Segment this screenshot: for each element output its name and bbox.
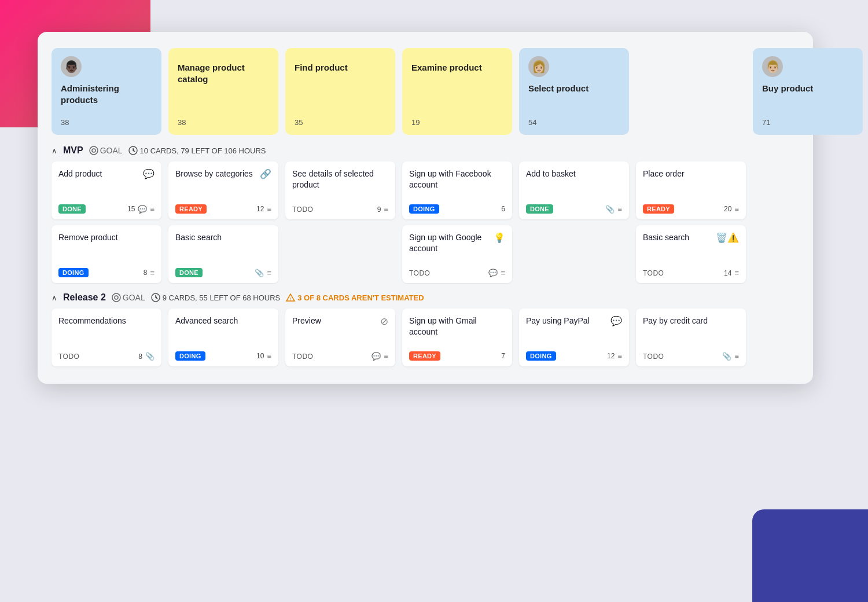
basic-search2-meta: 14 ≡ [724,269,739,277]
basic-search-title-row: Basic search [175,232,271,243]
remove-product-footer: DOING 8 ≡ [58,268,155,277]
story-basic-search-2[interactable]: Basic search 🗑️⚠️ TODO 14 ≡ [636,225,746,283]
gmail-meta: 7 [501,352,505,360]
paypal-badge: DOING [526,351,556,361]
mvp-name: MVP [63,145,83,156]
gmail-badge: READY [409,351,440,361]
facebook-title-row: Sign up with Facebook account [409,168,505,190]
epic-card-find[interactable]: Find product 35 [285,48,395,135]
add-basket-footer: DONE 📎 ≡ [526,204,622,214]
list-icon-5: ≡ [384,205,388,214]
list-icon-4: ≡ [267,269,271,277]
epic-card-select[interactable]: 👩🏼 Select product 54 [519,48,629,135]
basic-search2-num: 14 [724,269,731,277]
epic-card-examine[interactable]: Examine product 19 [402,48,512,135]
list-icon-7: ≡ [617,205,622,214]
paypal-title: Pay using PayPal [526,315,607,326]
story-add-basket[interactable]: Add to basket DONE 📎 ≡ [519,161,629,219]
svg-text:!: ! [290,297,291,301]
rec-num: 8 [138,353,142,361]
story-browse-categories[interactable]: Browse by categories 🔗 READY 12 ≡ [168,161,278,219]
google-badge: TODO [409,269,430,277]
epic-title-select: Select product [528,83,620,94]
story-credit-card[interactable]: Pay by credit card TODO 📎 ≡ [636,309,746,366]
adv-search-num: 10 [256,352,264,360]
story-preview[interactable]: Preview ⊘ TODO 💬 ≡ [285,309,395,366]
list-icon-13: ≡ [734,352,739,361]
list-icon-11: ≡ [384,352,388,361]
facebook-footer: DOING 6 [409,204,505,214]
credit-badge: TODO [643,353,664,361]
see-details-meta: 9 ≡ [377,205,388,214]
trash-warn-icon: 🗑️⚠️ [716,232,739,243]
epic-card-manage[interactable]: Manage product catalog 38 [168,48,278,135]
place-order-badge: READY [643,204,674,214]
epic-count-select: 54 [528,118,536,127]
list-icon-2: ≡ [150,269,155,277]
rec-title: Recommendations [58,315,155,326]
mvp-section-header: ∧ MVP GOAL 10 CARDS, 79 LEFT OF 106 HOUR… [52,145,799,156]
adv-search-title: Advanced search [175,315,271,326]
release2-goal-icon: GOAL [112,293,145,302]
preview-title-row: Preview ⊘ [292,315,388,328]
rec-title-row: Recommendations [58,315,155,326]
epic-title-administering: Administering products [61,83,152,105]
epic-title-buy: Buy product [762,83,854,94]
list-icon-6: ≡ [501,269,505,277]
see-details-title: See details of selected product [292,168,388,190]
release2-section-header: ∧ Release 2 GOAL 9 CARDS, 55 LEFT OF 68 … [52,292,799,303]
add-product-title-row: Add product 💬 [58,168,155,179]
story-see-details[interactable]: See details of selected product TODO 9 ≡ [285,161,395,219]
release2-story-grid: Recommendations TODO 8 📎 Advanced search [52,309,799,366]
release2-cards-info: 9 CARDS, 55 LEFT OF 68 HOURS [151,293,281,302]
browse-icon: 🔗 [260,168,271,179]
browse-badge: READY [175,204,207,214]
google-title-row: Sign up with Google account 💡 [409,232,505,254]
story-add-product[interactable]: Add product 💬 DONE 15 💬 ≡ [52,161,161,219]
svg-point-3 [112,293,120,302]
add-product-icon: 💬 [143,168,155,179]
story-place-order-mvp[interactable]: Place order READY 20 ≡ [636,161,746,219]
place-order-num: 20 [724,205,731,213]
mvp-col-4: Sign up with Facebook account DOING 6 Si… [402,161,512,283]
r2-col-3: Preview ⊘ TODO 💬 ≡ [285,309,395,366]
epic-title-examine: Examine product [411,62,503,74]
story-basic-search-mvp[interactable]: Basic search DONE 📎 ≡ [168,225,278,283]
story-advanced-search[interactable]: Advanced search DOING 10 ≡ [168,309,278,366]
r2-col-5: Pay using PayPal 💬 DOING 12 ≡ [519,309,629,366]
avatar-select: 👩🏼 [528,56,549,77]
story-signup-facebook[interactable]: Sign up with Facebook account DOING 6 [402,161,512,219]
add-basket-title: Add to basket [526,168,622,179]
gmail-title-row: Sign up with Gmail account [409,315,505,337]
basic-search2-title-row: Basic search 🗑️⚠️ [643,232,739,243]
see-details-badge: TODO [292,205,313,214]
story-signup-google[interactable]: Sign up with Google account 💡 TODO 💬 ≡ [402,225,512,283]
svg-point-4 [115,296,118,299]
browse-num: 12 [256,205,264,213]
release2-warning: ! 3 OF 8 CARDS AREN'T ESTIMATED [286,293,424,302]
facebook-meta: 6 [501,205,505,213]
preview-icon: ⊘ [380,315,388,328]
facebook-title: Sign up with Facebook account [409,168,505,190]
story-recommendations[interactable]: Recommendations TODO 8 📎 [52,309,161,366]
mvp-col-6: Place order READY 20 ≡ Basic search 🗑️⚠️… [636,161,746,283]
mvp-cards-info: 10 CARDS, 79 LEFT OF 106 HOURS [128,146,266,155]
see-details-footer: TODO 9 ≡ [292,205,388,214]
story-signup-gmail[interactable]: Sign up with Gmail account READY 7 [402,309,512,366]
paypal-title-row: Pay using PayPal 💬 [526,315,622,326]
epic-card-administering[interactable]: 👨🏿 Administering products 38 [52,48,161,135]
r2-col-4: Sign up with Gmail account READY 7 [402,309,512,366]
mvp-toggle[interactable]: ∧ [52,146,57,155]
release2-toggle[interactable]: ∧ [52,293,57,302]
google-footer: TODO 💬 ≡ [409,269,505,277]
browse-title-row: Browse by categories 🔗 [175,168,271,179]
story-remove-product[interactable]: Remove product DOING 8 ≡ [52,225,161,283]
epic-row: 👨🏿 Administering products 38 Manage prod… [52,48,799,135]
story-paypal[interactable]: Pay using PayPal 💬 DOING 12 ≡ [519,309,629,366]
mvp-story-grid: Add product 💬 DONE 15 💬 ≡ Remove product [52,161,799,283]
google-icon: 💡 [494,232,505,243]
svg-point-1 [92,149,95,152]
basic-search-meta: 📎 ≡ [255,269,271,277]
epic-card-buy[interactable]: 👨🏼 Buy product 71 [753,48,863,135]
list-icon-9: ≡ [734,269,739,277]
